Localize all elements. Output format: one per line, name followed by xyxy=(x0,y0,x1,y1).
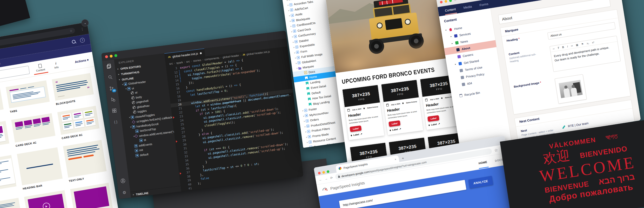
search-icon[interactable] xyxy=(72,40,76,44)
decor xyxy=(23,163,57,170)
caret-icon xyxy=(129,98,131,98)
close-tab-icon[interactable]: × xyxy=(394,158,397,161)
cms-tree-label: Recycle Bin xyxy=(464,91,480,96)
actions-button[interactable]: Actions ▾ xyxy=(75,58,89,64)
decor: toggle xyxy=(191,76,202,80)
decor: false xyxy=(200,176,209,181)
bookmark-star-icon[interactable]: ☆ xyxy=(494,147,498,153)
js-file-icon: JS xyxy=(168,56,171,58)
forward-icon[interactable]: → xyxy=(324,177,328,181)
account-icon[interactable] xyxy=(120,178,126,184)
subscript-icon[interactable]: x₂ xyxy=(587,42,589,45)
new-tab-icon[interactable]: + xyxy=(401,156,404,161)
decor xyxy=(106,63,112,69)
forward-icon[interactable]: → xyxy=(459,0,462,1)
decor xyxy=(0,126,3,134)
decor xyxy=(87,123,92,124)
decor: let xyxy=(195,104,202,108)
breadcrumb-separator: › xyxy=(202,58,203,61)
decor xyxy=(0,201,19,208)
vscode-window: 13 { } ⚙ EXPLORER ▸OPEN EDITORS ▸TURNWIT… xyxy=(101,31,304,199)
chevron-down-icon[interactable]: ⌄ xyxy=(81,19,89,27)
breadcrumb-item[interactable]: spark xyxy=(176,61,183,64)
format-icon[interactable]: T xyxy=(557,46,559,49)
decor xyxy=(68,156,82,160)
zoom-window-button[interactable] xyxy=(449,0,452,2)
code-icon[interactable]: ‹› xyxy=(553,47,555,50)
minimize-window-button[interactable] xyxy=(322,171,325,174)
component-icon xyxy=(293,30,296,33)
pattern-image-full-width: IMAGE - FULL WIDTH xyxy=(70,183,115,208)
decor xyxy=(26,164,53,169)
bookmark-star-icon[interactable]: ☆ xyxy=(70,29,73,32)
decor: ; xyxy=(257,162,259,166)
cms-nav-media[interactable]: Media xyxy=(462,2,473,12)
zoom-window-button[interactable] xyxy=(114,54,117,57)
bold-icon[interactable]: B xyxy=(562,46,564,49)
bookmark-icon[interactable]: ⚑ xyxy=(581,42,584,46)
debug-icon[interactable] xyxy=(110,96,116,103)
search-icon[interactable] xyxy=(107,74,113,81)
close-window-button[interactable] xyxy=(440,1,443,3)
reload-icon[interactable]: ⟳ xyxy=(330,176,333,180)
back-icon[interactable]: ← xyxy=(319,178,322,182)
decor: ▶ xyxy=(28,193,65,208)
decor: ANALYZE xyxy=(473,179,488,185)
decor: remove xyxy=(242,134,253,139)
component-icon xyxy=(308,140,312,144)
gauge-logo-icon xyxy=(322,187,328,191)
source-control-icon[interactable]: 13 xyxy=(109,85,115,92)
help-icon[interactable]: ? xyxy=(80,38,85,43)
minimize-window-button[interactable] xyxy=(444,0,447,3)
breadcrumb-item[interactable]: src xyxy=(186,60,190,63)
breadcrumb-item[interactable]: src xyxy=(169,62,173,65)
pin-icon xyxy=(441,97,443,99)
embed-icon[interactable]: ▣ xyxy=(576,43,579,47)
label-button[interactable]: Label xyxy=(388,120,400,127)
label-button[interactable]: Label xyxy=(350,125,361,132)
decor xyxy=(62,114,70,117)
pattern-card-deck-4c: CARD DECK 4C xyxy=(11,113,56,147)
explorer-icon[interactable] xyxy=(106,63,112,70)
settings-gear-icon[interactable]: ⚙ xyxy=(121,189,128,196)
zoom-window-button[interactable] xyxy=(326,170,330,173)
decor xyxy=(0,180,1,185)
storybook-item-label: Docs xyxy=(308,70,315,74)
link-icon[interactable]: ∞ xyxy=(571,44,573,47)
back-icon[interactable]: ← xyxy=(454,0,457,2)
breadcrumb-item[interactable]: components xyxy=(204,56,219,61)
breadcrumb-item[interactable]: stories xyxy=(193,58,201,62)
storybook-item-label: ResourcesLinkList xyxy=(314,147,338,148)
close-window-button[interactable] xyxy=(318,172,321,175)
extensions-icon[interactable] xyxy=(111,107,118,114)
decor: ; xyxy=(226,89,228,92)
kebab-menu-icon[interactable]: ⋮ xyxy=(80,27,84,31)
cms-nav-forms[interactable]: Forms xyxy=(478,0,489,10)
unsaved-dot-icon[interactable] xyxy=(200,52,202,54)
decor xyxy=(85,111,92,113)
decor xyxy=(6,80,50,108)
label-button[interactable]: Label xyxy=(427,115,439,122)
superscript-icon[interactable]: x² xyxy=(592,41,594,44)
decor xyxy=(0,201,18,208)
tab-content[interactable]: Content xyxy=(32,61,48,75)
event-date: July 4, 2024 xyxy=(352,108,361,111)
braces-icon[interactable]: { } xyxy=(112,119,119,125)
italic-icon[interactable]: I xyxy=(567,45,568,48)
caret-icon xyxy=(128,93,131,94)
external-arrow-icon: ↗ xyxy=(399,127,401,130)
analyze-button[interactable]: ANALYZE xyxy=(468,176,493,188)
reload-icon[interactable]: ⟳ xyxy=(464,0,467,0)
code-editor[interactable]: 3export const GlobalHeader = (el) => {12… xyxy=(166,52,303,191)
pagespeed-nav-home[interactable]: HOME xyxy=(477,157,489,169)
background-image-thumbnail[interactable] xyxy=(555,74,587,104)
minimize-window-button[interactable] xyxy=(110,54,113,57)
decor: ) { xyxy=(220,109,225,113)
cms-nav-content[interactable]: Content xyxy=(444,5,457,15)
close-window-button[interactable] xyxy=(105,55,108,58)
breadcrumb-separator: › xyxy=(191,60,192,62)
cube-symbol-icon xyxy=(135,134,138,138)
tab-info[interactable]: i Info xyxy=(50,59,62,72)
decor: = xyxy=(205,103,211,107)
decor: > xyxy=(206,107,211,111)
